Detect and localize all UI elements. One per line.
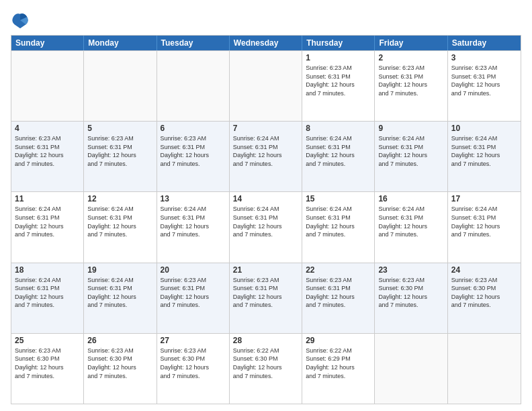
day-cell-6: 6Sunrise: 6:23 AM Sunset: 6:31 PM Daylig…: [157, 122, 230, 191]
day-cell-22: 22Sunrise: 6:23 AM Sunset: 6:31 PM Dayli…: [302, 263, 375, 333]
logo-icon: [11, 11, 30, 30]
day-info: Sunrise: 6:24 AM Sunset: 6:31 PM Dayligh…: [87, 276, 152, 310]
day-cell-15: 15Sunrise: 6:24 AM Sunset: 6:31 PM Dayli…: [302, 192, 375, 262]
day-number: 11: [15, 194, 80, 203]
day-info: Sunrise: 6:23 AM Sunset: 6:31 PM Dayligh…: [161, 276, 226, 310]
day-number: 3: [451, 53, 517, 62]
day-info: Sunrise: 6:24 AM Sunset: 6:31 PM Dayligh…: [306, 205, 371, 238]
empty-cell: [375, 334, 447, 404]
header-day-friday: Friday: [375, 36, 447, 50]
day-number: 21: [233, 265, 298, 275]
day-number: 12: [87, 194, 152, 203]
page-header: [11, 11, 521, 30]
day-cell-19: 19Sunrise: 6:24 AM Sunset: 6:31 PM Dayli…: [84, 263, 157, 333]
logo: [11, 11, 32, 30]
day-cell-7: 7Sunrise: 6:24 AM Sunset: 6:31 PM Daylig…: [230, 122, 302, 191]
day-number: 29: [306, 336, 371, 345]
day-number: 22: [306, 265, 371, 275]
day-info: Sunrise: 6:23 AM Sunset: 6:30 PM Dayligh…: [15, 347, 80, 380]
day-cell-20: 20Sunrise: 6:23 AM Sunset: 6:31 PM Dayli…: [157, 263, 230, 333]
day-cell-2: 2Sunrise: 6:23 AM Sunset: 6:31 PM Daylig…: [375, 51, 447, 121]
day-info: Sunrise: 6:24 AM Sunset: 6:31 PM Dayligh…: [378, 134, 443, 168]
day-number: 10: [451, 124, 517, 133]
day-info: Sunrise: 6:24 AM Sunset: 6:31 PM Dayligh…: [15, 276, 80, 310]
day-cell-14: 14Sunrise: 6:24 AM Sunset: 6:31 PM Dayli…: [230, 192, 302, 262]
day-info: Sunrise: 6:24 AM Sunset: 6:31 PM Dayligh…: [233, 205, 298, 238]
day-info: Sunrise: 6:23 AM Sunset: 6:30 PM Dayligh…: [87, 347, 152, 380]
day-cell-28: 28Sunrise: 6:22 AM Sunset: 6:30 PM Dayli…: [230, 334, 302, 404]
day-info: Sunrise: 6:24 AM Sunset: 6:31 PM Dayligh…: [378, 205, 443, 238]
empty-cell: [448, 334, 521, 404]
day-number: 14: [233, 194, 298, 203]
calendar-grid: SundayMondayTuesdayWednesdayThursdayFrid…: [11, 35, 521, 404]
day-cell-11: 11Sunrise: 6:24 AM Sunset: 6:31 PM Dayli…: [11, 192, 84, 262]
calendar-row-2: 11Sunrise: 6:24 AM Sunset: 6:31 PM Dayli…: [11, 191, 521, 262]
calendar-row-0: 1Sunrise: 6:23 AM Sunset: 6:31 PM Daylig…: [11, 50, 521, 121]
day-info: Sunrise: 6:24 AM Sunset: 6:31 PM Dayligh…: [233, 134, 298, 168]
day-number: 18: [15, 265, 80, 275]
day-info: Sunrise: 6:23 AM Sunset: 6:31 PM Dayligh…: [306, 64, 371, 97]
day-info: Sunrise: 6:23 AM Sunset: 6:31 PM Dayligh…: [161, 134, 226, 168]
day-cell-24: 24Sunrise: 6:23 AM Sunset: 6:30 PM Dayli…: [448, 263, 521, 333]
day-number: 9: [378, 124, 443, 133]
day-cell-18: 18Sunrise: 6:24 AM Sunset: 6:31 PM Dayli…: [11, 263, 84, 333]
day-cell-5: 5Sunrise: 6:23 AM Sunset: 6:31 PM Daylig…: [84, 122, 157, 191]
day-cell-10: 10Sunrise: 6:24 AM Sunset: 6:31 PM Dayli…: [448, 122, 521, 191]
day-info: Sunrise: 6:23 AM Sunset: 6:31 PM Dayligh…: [378, 64, 443, 97]
day-info: Sunrise: 6:24 AM Sunset: 6:31 PM Dayligh…: [306, 134, 371, 168]
day-info: Sunrise: 6:23 AM Sunset: 6:30 PM Dayligh…: [451, 276, 517, 310]
day-info: Sunrise: 6:24 AM Sunset: 6:31 PM Dayligh…: [15, 205, 80, 238]
calendar-body: 1Sunrise: 6:23 AM Sunset: 6:31 PM Daylig…: [11, 50, 521, 404]
day-cell-25: 25Sunrise: 6:23 AM Sunset: 6:30 PM Dayli…: [11, 334, 84, 404]
day-number: 20: [161, 265, 226, 275]
calendar-row-3: 18Sunrise: 6:24 AM Sunset: 6:31 PM Dayli…: [11, 263, 521, 333]
day-info: Sunrise: 6:23 AM Sunset: 6:31 PM Dayligh…: [87, 134, 152, 168]
day-number: 2: [378, 53, 443, 62]
day-info: Sunrise: 6:23 AM Sunset: 6:30 PM Dayligh…: [161, 347, 226, 380]
day-info: Sunrise: 6:23 AM Sunset: 6:31 PM Dayligh…: [451, 64, 517, 97]
day-number: 28: [233, 336, 298, 345]
day-cell-9: 9Sunrise: 6:24 AM Sunset: 6:31 PM Daylig…: [375, 122, 447, 191]
day-number: 7: [233, 124, 298, 133]
day-info: Sunrise: 6:24 AM Sunset: 6:31 PM Dayligh…: [161, 205, 226, 238]
day-info: Sunrise: 6:24 AM Sunset: 6:31 PM Dayligh…: [451, 205, 517, 238]
day-info: Sunrise: 6:23 AM Sunset: 6:31 PM Dayligh…: [306, 276, 371, 310]
day-number: 5: [87, 124, 152, 133]
day-cell-1: 1Sunrise: 6:23 AM Sunset: 6:31 PM Daylig…: [302, 51, 375, 121]
day-number: 16: [378, 194, 443, 203]
day-number: 1: [306, 53, 371, 62]
day-cell-13: 13Sunrise: 6:24 AM Sunset: 6:31 PM Dayli…: [157, 192, 230, 262]
day-info: Sunrise: 6:23 AM Sunset: 6:30 PM Dayligh…: [378, 276, 443, 310]
day-info: Sunrise: 6:23 AM Sunset: 6:31 PM Dayligh…: [15, 134, 80, 168]
day-info: Sunrise: 6:22 AM Sunset: 6:29 PM Dayligh…: [306, 347, 371, 380]
empty-cell: [230, 51, 302, 121]
day-number: 17: [451, 194, 517, 203]
day-cell-4: 4Sunrise: 6:23 AM Sunset: 6:31 PM Daylig…: [11, 122, 84, 191]
header-day-sunday: Sunday: [11, 36, 84, 50]
day-cell-16: 16Sunrise: 6:24 AM Sunset: 6:31 PM Dayli…: [375, 192, 447, 262]
day-cell-17: 17Sunrise: 6:24 AM Sunset: 6:31 PM Dayli…: [448, 192, 521, 262]
empty-cell: [84, 51, 157, 121]
day-cell-27: 27Sunrise: 6:23 AM Sunset: 6:30 PM Dayli…: [157, 334, 230, 404]
calendar-row-1: 4Sunrise: 6:23 AM Sunset: 6:31 PM Daylig…: [11, 121, 521, 191]
day-number: 26: [87, 336, 152, 345]
day-number: 4: [15, 124, 80, 133]
header-day-wednesday: Wednesday: [230, 36, 302, 50]
day-number: 24: [451, 265, 517, 275]
header-day-saturday: Saturday: [448, 36, 521, 50]
day-cell-21: 21Sunrise: 6:23 AM Sunset: 6:31 PM Dayli…: [230, 263, 302, 333]
day-cell-29: 29Sunrise: 6:22 AM Sunset: 6:29 PM Dayli…: [302, 334, 375, 404]
day-cell-12: 12Sunrise: 6:24 AM Sunset: 6:31 PM Dayli…: [84, 192, 157, 262]
day-number: 19: [87, 265, 152, 275]
day-info: Sunrise: 6:24 AM Sunset: 6:31 PM Dayligh…: [87, 205, 152, 238]
empty-cell: [11, 51, 84, 121]
header-day-tuesday: Tuesday: [157, 36, 230, 50]
header-day-monday: Monday: [84, 36, 157, 50]
day-cell-8: 8Sunrise: 6:24 AM Sunset: 6:31 PM Daylig…: [302, 122, 375, 191]
calendar-header: SundayMondayTuesdayWednesdayThursdayFrid…: [11, 36, 521, 50]
day-cell-3: 3Sunrise: 6:23 AM Sunset: 6:31 PM Daylig…: [448, 51, 521, 121]
day-number: 6: [161, 124, 226, 133]
header-day-thursday: Thursday: [302, 36, 375, 50]
day-number: 27: [161, 336, 226, 345]
calendar-row-4: 25Sunrise: 6:23 AM Sunset: 6:30 PM Dayli…: [11, 333, 521, 404]
